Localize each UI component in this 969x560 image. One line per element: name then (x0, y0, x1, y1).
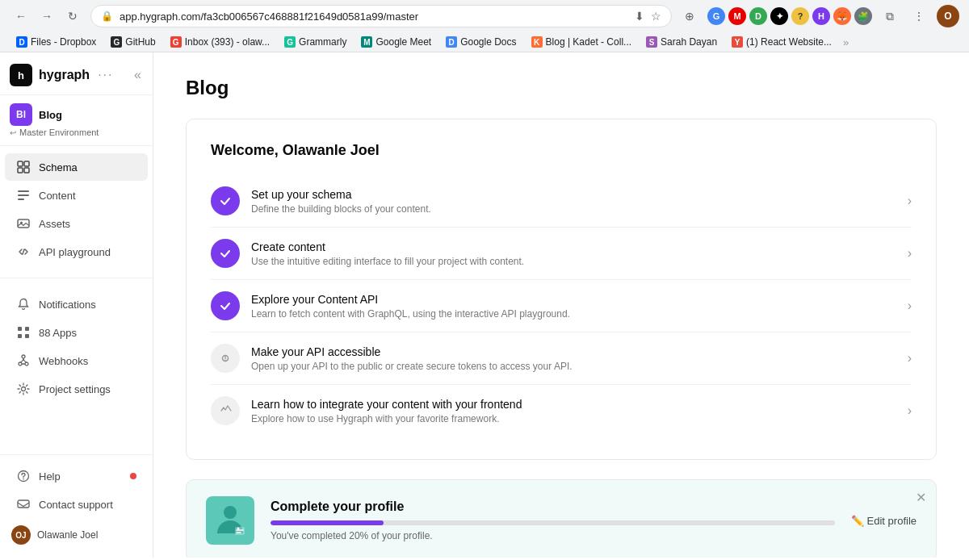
collapse-sidebar-button[interactable]: « (132, 66, 143, 84)
checklist-text-integrate: Learn how to integrate your content with… (251, 398, 908, 424)
cast-button[interactable]: ⊕ (678, 5, 701, 27)
docs-favicon: D (446, 36, 457, 48)
sidebar-item-contact-support[interactable]: Contact support (5, 491, 148, 518)
reload-button[interactable]: ↻ (61, 5, 84, 27)
svg-rect-9 (18, 327, 22, 331)
svg-rect-3 (24, 168, 29, 173)
svg-rect-5 (18, 194, 29, 196)
checklist-title-make-api: Make your API accessible (251, 345, 908, 358)
checklist-item-integrate[interactable]: Learn how to integrate your content with… (211, 385, 912, 437)
assets-icon (16, 216, 31, 231)
checklist-desc-make-api: Open up your API to the public or create… (251, 361, 908, 372)
profile-avatar[interactable]: O (937, 5, 959, 27)
bookmark-inbox[interactable]: G Inbox (393) - olaw... (164, 34, 276, 50)
tab-strip-button[interactable]: ⧉ (879, 5, 901, 27)
ext-dark: ✦ (770, 7, 788, 25)
edit-profile-button[interactable]: ✏️ Edit profile (851, 515, 917, 527)
bookmark-github[interactable]: G GitHub (104, 34, 162, 50)
project-initial: Bl (10, 103, 32, 126)
sidebar-header: h hygraph ··· « (0, 52, 153, 95)
bookmark-react-label: (1) React Website... (746, 36, 832, 48)
project-name: Blog (39, 109, 62, 121)
sidebar-item-assets-label: Assets (39, 218, 70, 230)
sidebar-item-webhooks[interactable]: Webhooks (5, 347, 148, 374)
address-bar[interactable]: 🔒 app.hygraph.com/fa3cb006567c468881f216… (90, 5, 672, 27)
download-icon: ⬇ (635, 10, 644, 23)
sidebar-item-notifications-label: Notifications (39, 299, 96, 311)
sidebar-item-notifications[interactable]: Notifications (5, 290, 148, 318)
sidebar-item-project-settings[interactable]: Project settings (5, 375, 148, 403)
react-favicon: Y (732, 36, 743, 48)
webhooks-icon (16, 353, 31, 368)
svg-rect-11 (18, 334, 22, 338)
bookmark-blog-kadet[interactable]: K Blog | Kadet - Coll... (525, 34, 639, 50)
bookmark-google-docs[interactable]: D Google Docs (439, 34, 522, 50)
bookmark-sarah-dayan[interactable]: S Sarah Dayan (640, 34, 724, 50)
sidebar-item-api-playground[interactable]: API playground (5, 238, 148, 265)
checklist-desc-explore-api: Learn to fetch content with GraphQL, usi… (251, 308, 908, 320)
sidebar-item-assets[interactable]: Assets (5, 210, 148, 237)
sidebar-bottom: Help Contact support OJ Olawanle Joel (0, 454, 153, 558)
forward-button[interactable]: → (36, 5, 58, 27)
env-icon: ↩ (10, 128, 16, 137)
svg-rect-12 (25, 334, 29, 338)
bookmark-dropbox[interactable]: D Files - Dropbox (10, 34, 103, 50)
sidebar-item-content[interactable]: Content (5, 182, 148, 209)
sidebar-item-help[interactable]: Help (5, 462, 148, 490)
main-content: Blog Welcome, Olawanle Joel Set up your … (153, 52, 969, 558)
checklist-item-setup-schema[interactable]: Set up your schema Define the building b… (211, 175, 912, 228)
checklist-item-make-api[interactable]: Make your API accessible Open up your AP… (211, 332, 912, 385)
bookmark-github-label: GitHub (125, 36, 155, 48)
sidebar-logo: h hygraph ··· (10, 64, 113, 86)
sidebar-item-webhooks-label: Webhooks (39, 355, 88, 367)
ext-yellow: ? (791, 7, 809, 25)
bookmark-google-meet[interactable]: M Google Meet (354, 34, 438, 50)
bookmark-docs-label: Google Docs (460, 36, 516, 48)
checklist-item-create-content[interactable]: Create content Use the intuitive editing… (211, 228, 912, 280)
ext-puzzle: 🧩 (854, 7, 872, 25)
create-content-arrow: › (908, 246, 912, 261)
api-icon (16, 244, 31, 259)
settings-icon (16, 382, 31, 396)
browser-actions: ⊕ G M D ✦ ? H 🦊 🧩 ⧉ ⋮ O (678, 5, 959, 27)
content-icon (16, 188, 31, 203)
bookmark-react-website[interactable]: Y (1) React Website... (725, 34, 838, 50)
sidebar-user[interactable]: OJ Olawanle Joel (0, 519, 153, 551)
edit-icon: ✏️ (851, 515, 864, 527)
more-bookmarks[interactable]: » (843, 36, 849, 48)
profile-description: You've completed 20% of your profile. (271, 530, 835, 541)
checklist-desc-create-content: Use the intuitive editing interface to f… (251, 256, 908, 267)
ext-orange: 🦊 (833, 7, 851, 25)
back-button[interactable]: ← (10, 5, 32, 27)
close-profile-card-button[interactable]: ✕ (916, 490, 926, 505)
sarah-favicon: S (646, 36, 657, 48)
checklist-text-setup-schema: Set up your schema Define the building b… (251, 188, 908, 215)
browser-nav-buttons: ← → ↻ (10, 5, 84, 27)
checklist-item-explore-api[interactable]: Explore your Content API Learn to fetch … (211, 280, 912, 332)
integrate-icon (211, 396, 240, 425)
secondary-nav: Notifications 88 Apps (0, 283, 153, 410)
sidebar: h hygraph ··· « Bl Blog ↩ Master Environ… (0, 52, 153, 558)
sidebar-item-contact-support-label: Contact support (39, 499, 113, 511)
support-icon (16, 497, 31, 512)
bookmark-grammarly[interactable]: G Grammarly (278, 34, 353, 50)
sidebar-item-project-settings-label: Project settings (39, 383, 111, 395)
apps-icon (16, 325, 31, 340)
svg-rect-4 (18, 190, 29, 192)
sidebar-item-apps-label: 88 Apps (39, 327, 77, 339)
progress-bar-fill (271, 520, 384, 525)
sidebar-item-schema[interactable]: Schema (5, 153, 148, 181)
welcome-card: Welcome, Olawanle Joel Set up your schem… (186, 119, 937, 460)
ext-purple: H (812, 7, 830, 25)
checklist-title-explore-api: Explore your Content API (251, 293, 908, 306)
bookmark-meet-label: Google Meet (375, 36, 431, 48)
user-avatar: OJ (11, 525, 31, 545)
checklist-text-explore-api: Explore your Content API Learn to fetch … (251, 293, 908, 320)
sidebar-item-apps[interactable]: 88 Apps (5, 319, 148, 346)
github-favicon: G (111, 36, 122, 48)
menu-button[interactable]: ⋮ (908, 5, 930, 27)
svg-rect-2 (18, 168, 23, 173)
env-label: Master Environment (19, 127, 99, 137)
bookmark-blog-label: Blog | Kadet - Coll... (546, 36, 632, 48)
help-notification-dot (130, 473, 136, 479)
